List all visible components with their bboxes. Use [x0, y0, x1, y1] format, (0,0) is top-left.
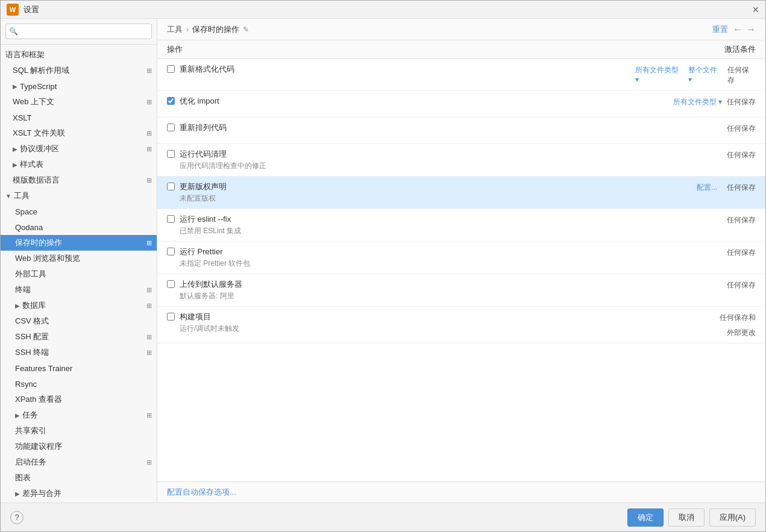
ok-button[interactable]: 确定: [627, 509, 664, 527]
sidebar-label-database: 数据库: [22, 300, 46, 311]
save-condition-cleanup: 任何保存: [727, 150, 756, 160]
sidebar-label-typescript: TypeScript: [20, 82, 57, 91]
edit-icon[interactable]: ✎: [243, 25, 249, 34]
sidebar-item-xpath-viewer[interactable]: XPath 查看器: [1, 392, 157, 407]
row-subtitle-run-cleanup: 应用代码清理检查中的修正: [180, 161, 635, 171]
sidebar-item-space[interactable]: Space: [1, 204, 157, 219]
row-checkbox-rearrange[interactable]: [167, 124, 175, 131]
sidebar-label-tasks: 任务: [22, 410, 38, 421]
row-main-run-prettier: 运行 Prettier 未指定 Prettier 软件包: [180, 246, 635, 269]
sidebar-label-xslt: XSLT: [13, 113, 32, 122]
nav-back-button[interactable]: ←: [733, 24, 742, 35]
row-checkbox-upload-server[interactable]: [167, 280, 175, 288]
settings-icon4: ⊞: [146, 145, 152, 153]
sidebar-item-protocol-buffer[interactable]: ▶ 协议缓冲区 ⊞: [1, 141, 157, 157]
row-main-optimize-import: 优化 import: [180, 96, 635, 107]
sidebar-label-feature-suggest: 功能建议程序: [15, 441, 62, 452]
row-checkbox-reformat[interactable]: [167, 65, 175, 73]
breadcrumb-parent[interactable]: 工具: [167, 24, 183, 35]
sidebar-item-lang-framework[interactable]: 语言和框架: [1, 47, 157, 63]
save-condition-prettier: 任何保存: [727, 248, 756, 258]
header-condition: 激活条件: [635, 44, 756, 55]
sidebar-item-xslt[interactable]: XSLT: [1, 110, 157, 125]
row-subtitle-update-copyright: 未配置版权: [180, 193, 635, 204]
row-checkbox-update-copyright[interactable]: [167, 183, 175, 190]
sidebar-item-database[interactable]: ▶ 数据库 ⊞: [1, 298, 157, 313]
save-condition-optimize: 任何保存: [727, 97, 756, 107]
sidebar-item-template-lang[interactable]: 模版数据语言 ⊞: [1, 172, 157, 188]
sidebar-item-terminal[interactable]: 终端 ⊞: [1, 282, 157, 298]
row-main-rearrange: 重新排列代码: [180, 122, 635, 133]
sidebar-label-ssh-terminal: SSH 终端: [15, 347, 49, 358]
row-checkbox-build-project[interactable]: [167, 313, 175, 321]
row-checkbox-run-eslint[interactable]: [167, 215, 175, 223]
table-row: 上传到默认服务器 默认服务器: 阿里 任何保存: [157, 274, 765, 307]
file-type-dropdown-reformat[interactable]: 所有文件类型 ▾: [635, 65, 683, 84]
row-main-update-copyright: 更新版权声明 未配置版权: [180, 181, 635, 204]
sidebar-item-tools[interactable]: ▼ 工具: [1, 188, 157, 204]
table-row: 优化 import 所有文件类型 ▾ 任何保存: [157, 91, 765, 117]
save-condition-build1: 任何保存和: [720, 313, 756, 323]
sidebar-item-startup-tasks[interactable]: 启动任务 ⊞: [1, 454, 157, 470]
sidebar-item-shared-index[interactable]: 共享索引: [1, 423, 157, 439]
sidebar-item-style-sheet[interactable]: ▶ 样式表: [1, 157, 157, 172]
row-subtitle-build-project: 运行/调试时未触发: [180, 324, 635, 334]
row-subtitle-run-eslint: 已禁用 ESLint 集成: [180, 226, 635, 236]
help-button[interactable]: ?: [10, 511, 24, 524]
row-checkbox-run-prettier[interactable]: [167, 248, 175, 255]
sidebar-item-external-tools[interactable]: 外部工具: [1, 266, 157, 282]
save-condition-copyright: 任何保存: [727, 183, 756, 193]
titlebar: W 设置 ✕: [1, 1, 765, 19]
sidebar-label-terminal: 终端: [15, 284, 31, 295]
settings-icon3: ⊞: [146, 130, 152, 137]
sidebar-item-diff-merge[interactable]: ▶ 差异与合并: [1, 486, 157, 501]
sidebar-item-sql-parse[interactable]: SQL 解析作用域 ⊞: [1, 63, 157, 78]
sidebar-item-ssh-terminal[interactable]: SSH 终端 ⊞: [1, 345, 157, 360]
sidebar-label-rsync: Rsync: [15, 380, 37, 389]
sidebar-item-xslt-fileref[interactable]: XSLT 文件关联 ⊞: [1, 125, 157, 141]
sidebar-item-ssh-config[interactable]: SSH 配置 ⊞: [1, 329, 157, 345]
sidebar-item-save-actions[interactable]: 保存时的操作 ⊞: [1, 235, 157, 251]
row-title-upload-server: 上传到默认服务器: [180, 279, 635, 290]
nav-forward-button[interactable]: →: [746, 24, 756, 35]
sidebar-item-typescript[interactable]: ▶ TypeScript: [1, 78, 157, 94]
row-title-optimize-import: 优化 import: [180, 96, 635, 107]
chevron-right-icon4: ▶: [15, 302, 20, 309]
sidebar-item-web-browser[interactable]: Web 浏览器和预览: [1, 251, 157, 266]
settings-icon6: ⊞: [146, 239, 152, 247]
sidebar-item-web-context[interactable]: Web 上下文 ⊞: [1, 94, 157, 110]
sidebar-item-qodana[interactable]: Qodana: [1, 219, 157, 235]
sidebar-label-diff-merge: 差异与合并: [22, 488, 61, 499]
row-checkbox-optimize-import[interactable]: [167, 97, 175, 105]
sidebar-item-features-trainer[interactable]: Features Trainer: [1, 360, 157, 376]
config-auto-save-link[interactable]: 配置自动保存选项...: [167, 487, 236, 496]
row-main-upload-server: 上传到默认服务器 默认服务器: 阿里: [180, 279, 635, 301]
sidebar-item-tasks[interactable]: ▶ 任务 ⊞: [1, 407, 157, 423]
sidebar-label-web-context: Web 上下文: [13, 96, 54, 107]
close-button[interactable]: ✕: [752, 5, 759, 14]
row-checkbox-run-cleanup[interactable]: [167, 150, 175, 158]
apply-button[interactable]: 应用(A): [709, 509, 756, 527]
row-main-run-cleanup: 运行代码清理 应用代码清理检查中的修正: [180, 149, 635, 171]
sidebar-item-rsync[interactable]: Rsync: [1, 376, 157, 392]
sidebar-label-features-trainer: Features Trainer: [15, 364, 72, 373]
file-type-dropdown-optimize[interactable]: 所有文件类型 ▾: [673, 97, 722, 107]
save-condition-rearrange: 任何保存: [727, 124, 756, 134]
reset-button[interactable]: 重置: [712, 24, 728, 35]
sidebar-list: 语言和框架 SQL 解析作用域 ⊞ ▶ TypeScript Web 上下文 ⊞…: [1, 45, 157, 502]
row-title-run-cleanup: 运行代码清理: [180, 149, 635, 160]
scope-dropdown-reformat[interactable]: 整个文件 ▾: [688, 65, 723, 84]
settings-icon12: ⊞: [146, 458, 152, 466]
search-box: 🔍: [1, 19, 157, 45]
sidebar-item-diagrams[interactable]: 图表: [1, 470, 157, 486]
sidebar-item-feature-suggest[interactable]: 功能建议程序: [1, 439, 157, 454]
configure-link[interactable]: 配置...: [697, 183, 717, 193]
chevron-right-icon: ▶: [13, 83, 17, 90]
sidebar-label-space: Space: [15, 207, 37, 216]
right-panel: 工具 › 保存时的操作 ✎ 重置 ← → 操作 激活条件: [157, 19, 765, 502]
sidebar-item-csv-format[interactable]: CSV 格式: [1, 313, 157, 329]
row-title-update-copyright: 更新版权声明: [180, 181, 635, 192]
row-condition-upload-server: 任何保存: [635, 279, 756, 290]
search-input[interactable]: [5, 23, 152, 39]
cancel-button[interactable]: 取消: [668, 509, 705, 527]
